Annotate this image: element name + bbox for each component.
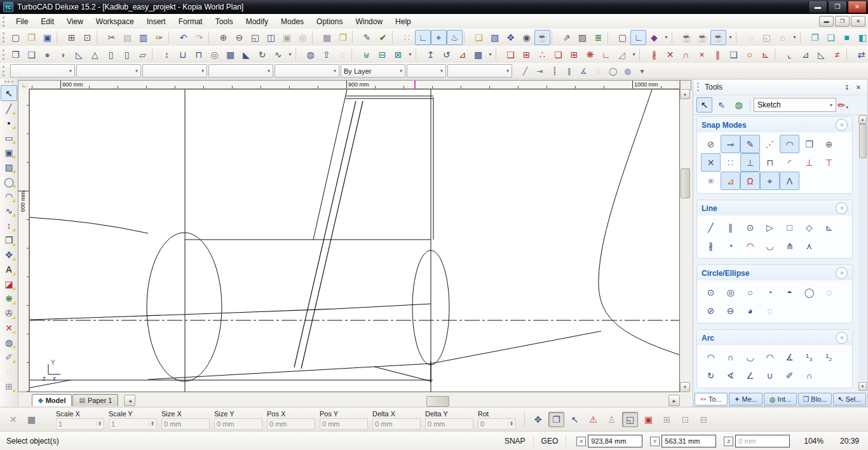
curve-tool[interactable]: ∿ — [1, 203, 17, 218]
edit-mode-vertical-icon[interactable]: ┋ — [547, 64, 562, 78]
mouse-modes-icon[interactable]: ⌖ — [431, 30, 447, 45]
line-multiline-icon[interactable]: ∥ — [721, 218, 740, 236]
toolbar-overflow-icon[interactable]: ▾ — [790, 30, 799, 45]
ellipse-rotated-icon[interactable]: ◕ — [740, 301, 760, 320]
select-tool[interactable]: ↖ — [1, 85, 17, 101]
move-tool[interactable]: ✥ — [1, 247, 17, 262]
palette-scrollbar[interactable]: ▲ ▼ — [858, 115, 867, 391]
menu-item[interactable]: Insert — [140, 15, 172, 28]
toolbar-icon[interactable] — [552, 31, 557, 44]
grid-snap-icon[interactable]: ∷ — [399, 30, 415, 45]
geo-toggle[interactable]: GEO — [536, 437, 564, 446]
mesh-icon[interactable]: ▦ — [222, 47, 238, 62]
open-palette-icon[interactable]: ❒ — [335, 30, 351, 45]
insp-warning-icon[interactable]: ⚠ — [585, 412, 601, 427]
line-perpendicular-icon[interactable]: ⊾ — [819, 218, 839, 236]
corner-trim-icon[interactable]: ⊾ — [757, 47, 773, 62]
array-radial-icon[interactable]: ❋ — [582, 47, 598, 62]
arc-tangent-two-icon[interactable]: ∠ — [740, 366, 760, 385]
zoom-selection-icon[interactable]: ◎ — [295, 30, 311, 45]
circle-concentric-icon[interactable]: ◎ — [721, 283, 740, 301]
menu-item[interactable]: Options — [310, 15, 349, 28]
insp-transform-icon[interactable]: ✥ — [530, 412, 546, 427]
knife-tool[interactable]: ✐ — [1, 350, 17, 364]
snap-angle-icon[interactable]: Λ — [780, 172, 799, 190]
break-icon[interactable]: ✕ — [662, 47, 678, 62]
inspector-close-icon[interactable]: ✕ — [5, 412, 21, 427]
toolbar-overflow-icon[interactable]: ▾ — [635, 64, 649, 78]
tab-model[interactable]: ◈ Model — [32, 394, 72, 406]
mdi-minimize-button[interactable]: ▬ — [819, 16, 834, 27]
spell-check-icon[interactable]: ✔ — [375, 30, 391, 45]
render-quality-2-icon[interactable]: ☕ — [695, 30, 710, 45]
ellipse-fixed-ratio-icon[interactable]: ◌ — [760, 301, 780, 320]
edit-mode-angle-icon[interactable]: ∡ — [576, 64, 591, 78]
menu-item[interactable]: Workspace — [90, 15, 140, 28]
fillet-icon[interactable]: ⌞ — [782, 47, 797, 62]
workspace-combo[interactable]: Sketch ▾ — [754, 98, 836, 112]
snap-protractor-icon[interactable]: ⊿ — [721, 172, 740, 190]
arc-1-2-3-icon[interactable]: ¹₃ — [799, 348, 819, 366]
property-combo-5[interactable]: ▾ — [275, 64, 339, 78]
toolbar-overflow-icon[interactable]: ▾ — [662, 30, 670, 45]
material-icon[interactable]: ▨ — [574, 30, 590, 45]
snap-grid-icon[interactable]: ∷ — [721, 153, 740, 172]
toolbar-overflow-icon[interactable]: ▾ — [486, 47, 494, 62]
arc-triple-point-icon[interactable]: ◠ — [760, 348, 780, 366]
snap-perpendicular-icon[interactable]: ⊥ — [740, 153, 760, 172]
insert-tool-icon[interactable]: ✏ ▾ — [837, 100, 848, 110]
circle-triple-point-icon[interactable]: ◯ — [799, 283, 819, 301]
menu-item[interactable]: Window — [349, 15, 389, 28]
3d-object-tool[interactable]: ◍ — [1, 335, 17, 350]
select-2d-icon[interactable]: ◌ — [743, 30, 759, 45]
image-capture-icon[interactable]: ▦ — [319, 30, 335, 45]
arc-rotated-icon[interactable]: ↻ — [701, 366, 721, 385]
toolbar-icon[interactable] — [846, 48, 852, 62]
palette-colors-icon[interactable]: ≣ — [590, 30, 606, 45]
property-combo-1[interactable]: ▾ — [10, 64, 75, 78]
line-tangent-two-arcs-icon[interactable]: ◡ — [760, 236, 780, 255]
property-combo-8[interactable]: ▾ — [447, 64, 512, 78]
pin-icon[interactable]: ↧ — [842, 82, 852, 92]
prism-icon[interactable]: △ — [87, 47, 103, 62]
arc-center-radius-icon[interactable]: ◠ — [701, 348, 721, 366]
toolbar-icon[interactable] — [57, 31, 62, 44]
menu-item[interactable]: View — [60, 15, 90, 28]
insp-handle-icon[interactable]: ◱ — [622, 412, 638, 427]
snap-quadrant-icon[interactable]: ❒ — [799, 135, 819, 153]
print-icon[interactable]: ⊞ — [64, 30, 79, 45]
line-tool[interactable]: ╱ — [1, 101, 17, 116]
zoom-out-icon[interactable]: ⊖ — [231, 30, 247, 45]
selection-info-icon[interactable]: ▦ — [24, 412, 39, 427]
line-tangent-from-arc-icon[interactable]: ◠ — [740, 236, 760, 255]
vertical-scrollbar[interactable]: ▲ ▼ — [680, 89, 690, 392]
spinner[interactable]: ▲▼ — [96, 421, 102, 426]
rectangle-icon[interactable]: □ — [780, 218, 799, 236]
insp-node-select-icon[interactable]: ↖ — [567, 412, 583, 427]
revolve-icon[interactable]: ⊔ — [175, 47, 191, 62]
panel-globe-icon[interactable]: ◍ — [731, 97, 747, 112]
edit-mode-small-circle-icon[interactable]: ◌ — [591, 64, 606, 78]
scroll-down-button[interactable]: ▼ — [858, 382, 867, 391]
insp-grid-1-icon[interactable]: ⊞ — [659, 412, 675, 427]
snap-on-line-icon[interactable]: ⋰ — [760, 135, 780, 153]
edit-mode-end-icon[interactable]: ⇥ — [532, 64, 547, 78]
trim-icon[interactable]: ∦ — [646, 47, 662, 62]
snap-toggle[interactable]: SNAP — [499, 437, 531, 446]
copy-entities-icon[interactable]: ❏ — [503, 47, 519, 62]
collapse-button[interactable]: « — [836, 202, 848, 214]
redo-icon[interactable]: ↷ — [191, 30, 207, 45]
cylinder-icon[interactable]: ▯ — [103, 47, 119, 62]
property-combo-7[interactable]: ▾ — [407, 64, 446, 78]
toolbar-icon[interactable] — [736, 31, 742, 44]
menu-item[interactable]: Format — [172, 15, 209, 28]
slab-icon[interactable]: ▱ — [135, 47, 151, 62]
arc-fixed-ratio-icon[interactable]: ∩ — [799, 366, 819, 385]
wedge-icon[interactable]: ◺ — [71, 47, 87, 62]
camera-icon[interactable]: ◉ — [519, 30, 534, 45]
helix-icon[interactable]: ∿ — [270, 47, 286, 62]
arc-1-3-2-icon[interactable]: ¹₂ — [819, 348, 839, 366]
rail-sweep-icon[interactable]: ⊓ — [191, 47, 207, 62]
polygon-center-icon[interactable]: ⊙ — [740, 218, 760, 236]
spinner[interactable]: ▲▼ — [149, 421, 154, 426]
